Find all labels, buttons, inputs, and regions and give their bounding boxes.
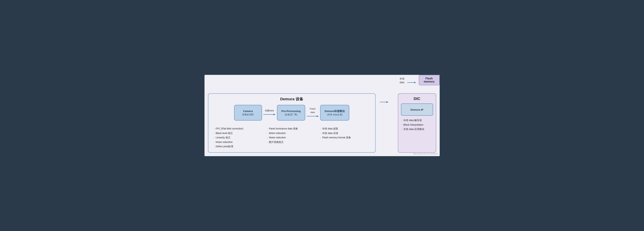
arrow1: 拍摄data [262, 109, 277, 116]
demura-algo-subtitle: (补偿 data生成) [327, 113, 343, 116]
dic-title: DIC [401, 97, 433, 101]
flash-memory-box: Flash memory [419, 75, 440, 85]
preprocessing-bullet-2: · Noise reduction [267, 135, 317, 140]
arrow2-svg [306, 114, 319, 118]
preprocessing-bullet-0: · Panel luminance data 变换 [267, 126, 317, 131]
preprocessing-subtitle: (设备层厂商) [285, 113, 298, 116]
preprocessing-bullet-1: · Moire reduction [267, 131, 317, 136]
inner-boxes-row: Camera 影像处理部 拍摄data Pre-Processing (设备层厂… [212, 105, 372, 121]
preprocessing-bullet-list: · Panel luminance data 变换 · Moire reduct… [266, 126, 317, 144]
camera-bullet-0: · FFC (Flat field correction) [214, 126, 264, 131]
camera-box: Camera 影像处理部 [234, 105, 262, 121]
preprocessing-bullet-3: · 图片歪曲校正 [267, 140, 317, 144]
dic-bullet-0: · 补偿 data 解压缩 [402, 118, 433, 123]
camera-bullet-list: · FFC (Flat field correction) · Black le… [213, 126, 264, 149]
camera-subtitle: 影像处理部 [242, 113, 254, 116]
camera-bullet-4: · Defect pixel处理 [214, 144, 264, 149]
algo-bullets-col: · 补偿 data 提取 · 补偿 data 压缩 · Flash memory… [318, 123, 372, 149]
dic-bullet-2: · 补偿 data 应用驱动 [402, 127, 433, 132]
demura-device-box: Demura 设备 Camera 影像处理部 拍摄data [208, 93, 376, 153]
camera-bullet-2: · Linearity 校正 [214, 135, 264, 140]
demura-algo-box: Demura补偿算法 (补偿 data生成) [320, 105, 350, 121]
main-content: Demura 设备 Camera 影像处理部 拍摄data [208, 93, 436, 153]
arrow1-svg [264, 113, 276, 116]
svg-marker-5 [317, 115, 319, 117]
arrow2: Panel data [305, 107, 320, 118]
buchang-data-label: 补偿 data [400, 77, 404, 85]
arrow2-label-line2: data [310, 111, 315, 114]
arrow-to-dic [380, 93, 388, 104]
preprocessing-box: Pre-Processing (设备层厂商) [277, 105, 305, 121]
preprocessing-title: Pre-Processing [282, 109, 301, 113]
watermark: https://blog.csdn.cn/zuelongmai [413, 153, 438, 155]
demura-algo-title: Demura补偿算法 [325, 109, 345, 113]
flash-memory-area: 补偿 data Flash memory [400, 75, 440, 85]
camera-bullets-col: · FFC (Flat field correction) · Black le… [212, 123, 265, 149]
svg-marker-1 [414, 82, 416, 83]
camera-bullet-3: · Noise reduction [214, 140, 264, 144]
dic-bullet-list: · 补偿 data 解压缩 · Block interpolation · 补偿… [401, 118, 433, 132]
arrow-to-flash [407, 81, 416, 85]
page-wrapper: 补偿 data Flash memory Demura 设备 Camera 影像… [204, 75, 440, 156]
demura-device-title: Demura 设备 [212, 97, 372, 102]
svg-marker-7 [386, 101, 388, 103]
demura-ip-box: Demura IP [401, 103, 433, 116]
preprocessing-bullets-col: · Panel luminance data 变换 · Moire reduct… [265, 123, 318, 149]
demura-bullet-columns: · FFC (Flat field correction) · Black le… [212, 123, 372, 149]
algo-bullet-list: · 补偿 data 提取 · 补偿 data 压缩 · Flash memory… [320, 126, 370, 140]
dic-bullet-1: · Block interpolation [402, 123, 433, 127]
algo-bullet-2: · Flash memory format 变换 [320, 135, 370, 140]
camera-title: Camera [243, 109, 253, 113]
arrow-to-dic-svg [380, 100, 388, 104]
camera-bullet-1: · Black level 校正 [214, 131, 264, 136]
algo-bullet-1: · 补偿 data 压缩 [320, 131, 370, 136]
dic-box: DIC Demura IP · 补偿 data 解压缩 · Block inte… [398, 93, 436, 153]
arrow1-label: 拍摄data [265, 109, 274, 112]
svg-marker-3 [274, 114, 276, 115]
arrow2-label-line1: Panel [310, 107, 316, 110]
algo-bullet-0: · 补偿 data 提取 [320, 126, 370, 131]
